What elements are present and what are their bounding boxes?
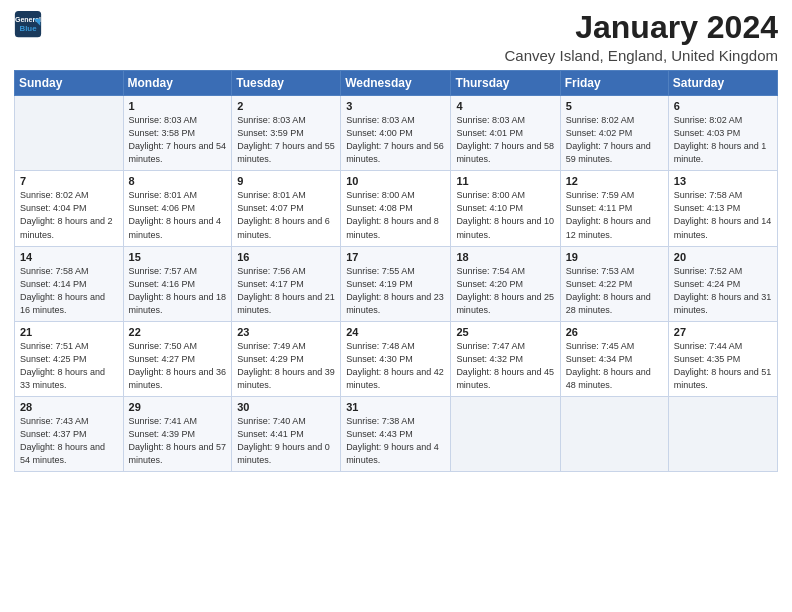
day-number: 30: [237, 401, 335, 413]
day-info: Sunrise: 7:51 AMSunset: 4:25 PMDaylight:…: [20, 340, 118, 392]
day-info: Sunrise: 8:03 AMSunset: 3:59 PMDaylight:…: [237, 114, 335, 166]
title-block: January 2024 Canvey Island, England, Uni…: [504, 10, 778, 64]
day-number: 24: [346, 326, 445, 338]
calendar-cell: [668, 396, 777, 471]
day-number: 14: [20, 251, 118, 263]
day-number: 21: [20, 326, 118, 338]
day-info: Sunrise: 7:48 AMSunset: 4:30 PMDaylight:…: [346, 340, 445, 392]
calendar-cell: 14Sunrise: 7:58 AMSunset: 4:14 PMDayligh…: [15, 246, 124, 321]
day-info: Sunrise: 8:01 AMSunset: 4:06 PMDaylight:…: [129, 189, 227, 241]
day-info: Sunrise: 8:03 AMSunset: 4:01 PMDaylight:…: [456, 114, 554, 166]
calendar-week-3: 21Sunrise: 7:51 AMSunset: 4:25 PMDayligh…: [15, 321, 778, 396]
day-info: Sunrise: 7:59 AMSunset: 4:11 PMDaylight:…: [566, 189, 663, 241]
header-row: General Blue GeneralBlue January 2024 Ca…: [14, 10, 778, 64]
day-number: 13: [674, 175, 772, 187]
day-number: 5: [566, 100, 663, 112]
day-number: 20: [674, 251, 772, 263]
calendar-cell: 21Sunrise: 7:51 AMSunset: 4:25 PMDayligh…: [15, 321, 124, 396]
day-info: Sunrise: 7:43 AMSunset: 4:37 PMDaylight:…: [20, 415, 118, 467]
calendar-cell: 8Sunrise: 8:01 AMSunset: 4:06 PMDaylight…: [123, 171, 232, 246]
day-info: Sunrise: 7:55 AMSunset: 4:19 PMDaylight:…: [346, 265, 445, 317]
calendar-cell: 1Sunrise: 8:03 AMSunset: 3:58 PMDaylight…: [123, 96, 232, 171]
calendar-cell: 13Sunrise: 7:58 AMSunset: 4:13 PMDayligh…: [668, 171, 777, 246]
day-number: 26: [566, 326, 663, 338]
day-number: 18: [456, 251, 554, 263]
calendar-cell: 7Sunrise: 8:02 AMSunset: 4:04 PMDaylight…: [15, 171, 124, 246]
day-info: Sunrise: 8:00 AMSunset: 4:08 PMDaylight:…: [346, 189, 445, 241]
day-info: Sunrise: 7:40 AMSunset: 4:41 PMDaylight:…: [237, 415, 335, 467]
day-number: 6: [674, 100, 772, 112]
calendar-cell: 29Sunrise: 7:41 AMSunset: 4:39 PMDayligh…: [123, 396, 232, 471]
calendar-cell: 19Sunrise: 7:53 AMSunset: 4:22 PMDayligh…: [560, 246, 668, 321]
day-info: Sunrise: 8:02 AMSunset: 4:02 PMDaylight:…: [566, 114, 663, 166]
calendar-cell: 28Sunrise: 7:43 AMSunset: 4:37 PMDayligh…: [15, 396, 124, 471]
calendar-cell: 23Sunrise: 7:49 AMSunset: 4:29 PMDayligh…: [232, 321, 341, 396]
day-info: Sunrise: 7:58 AMSunset: 4:13 PMDaylight:…: [674, 189, 772, 241]
header-monday: Monday: [123, 71, 232, 96]
calendar-cell: 22Sunrise: 7:50 AMSunset: 4:27 PMDayligh…: [123, 321, 232, 396]
day-info: Sunrise: 7:49 AMSunset: 4:29 PMDaylight:…: [237, 340, 335, 392]
header-saturday: Saturday: [668, 71, 777, 96]
day-number: 4: [456, 100, 554, 112]
calendar-week-4: 28Sunrise: 7:43 AMSunset: 4:37 PMDayligh…: [15, 396, 778, 471]
day-info: Sunrise: 7:56 AMSunset: 4:17 PMDaylight:…: [237, 265, 335, 317]
calendar-cell: 17Sunrise: 7:55 AMSunset: 4:19 PMDayligh…: [341, 246, 451, 321]
day-info: Sunrise: 7:54 AMSunset: 4:20 PMDaylight:…: [456, 265, 554, 317]
calendar-cell: 12Sunrise: 7:59 AMSunset: 4:11 PMDayligh…: [560, 171, 668, 246]
day-number: 22: [129, 326, 227, 338]
day-info: Sunrise: 8:02 AMSunset: 4:04 PMDaylight:…: [20, 189, 118, 241]
day-info: Sunrise: 8:03 AMSunset: 4:00 PMDaylight:…: [346, 114, 445, 166]
day-number: 28: [20, 401, 118, 413]
day-info: Sunrise: 7:44 AMSunset: 4:35 PMDaylight:…: [674, 340, 772, 392]
day-info: Sunrise: 7:57 AMSunset: 4:16 PMDaylight:…: [129, 265, 227, 317]
logo: General Blue GeneralBlue: [14, 10, 42, 38]
calendar-cell: 18Sunrise: 7:54 AMSunset: 4:20 PMDayligh…: [451, 246, 560, 321]
calendar-cell: 9Sunrise: 8:01 AMSunset: 4:07 PMDaylight…: [232, 171, 341, 246]
calendar-cell: 5Sunrise: 8:02 AMSunset: 4:02 PMDaylight…: [560, 96, 668, 171]
day-number: 7: [20, 175, 118, 187]
day-number: 27: [674, 326, 772, 338]
weekday-header-row: Sunday Monday Tuesday Wednesday Thursday…: [15, 71, 778, 96]
day-number: 3: [346, 100, 445, 112]
calendar-cell: 25Sunrise: 7:47 AMSunset: 4:32 PMDayligh…: [451, 321, 560, 396]
day-number: 19: [566, 251, 663, 263]
header-sunday: Sunday: [15, 71, 124, 96]
svg-text:Blue: Blue: [19, 24, 37, 33]
day-info: Sunrise: 8:01 AMSunset: 4:07 PMDaylight:…: [237, 189, 335, 241]
day-number: 31: [346, 401, 445, 413]
calendar-cell: 11Sunrise: 8:00 AMSunset: 4:10 PMDayligh…: [451, 171, 560, 246]
calendar-cell: 16Sunrise: 7:56 AMSunset: 4:17 PMDayligh…: [232, 246, 341, 321]
calendar-cell: 2Sunrise: 8:03 AMSunset: 3:59 PMDaylight…: [232, 96, 341, 171]
calendar-week-0: 1Sunrise: 8:03 AMSunset: 3:58 PMDaylight…: [15, 96, 778, 171]
page-container: General Blue GeneralBlue January 2024 Ca…: [0, 0, 792, 482]
month-title: January 2024: [504, 10, 778, 45]
location-title: Canvey Island, England, United Kingdom: [504, 47, 778, 64]
calendar-cell: [560, 396, 668, 471]
day-number: 15: [129, 251, 227, 263]
logo-icon: General Blue: [14, 10, 42, 38]
day-number: 2: [237, 100, 335, 112]
day-number: 8: [129, 175, 227, 187]
day-info: Sunrise: 7:41 AMSunset: 4:39 PMDaylight:…: [129, 415, 227, 467]
calendar-week-1: 7Sunrise: 8:02 AMSunset: 4:04 PMDaylight…: [15, 171, 778, 246]
calendar-table: Sunday Monday Tuesday Wednesday Thursday…: [14, 70, 778, 472]
day-info: Sunrise: 7:52 AMSunset: 4:24 PMDaylight:…: [674, 265, 772, 317]
day-number: 12: [566, 175, 663, 187]
day-info: Sunrise: 7:45 AMSunset: 4:34 PMDaylight:…: [566, 340, 663, 392]
day-info: Sunrise: 8:02 AMSunset: 4:03 PMDaylight:…: [674, 114, 772, 166]
header-tuesday: Tuesday: [232, 71, 341, 96]
day-number: 9: [237, 175, 335, 187]
day-number: 25: [456, 326, 554, 338]
day-number: 17: [346, 251, 445, 263]
day-number: 23: [237, 326, 335, 338]
calendar-cell: 26Sunrise: 7:45 AMSunset: 4:34 PMDayligh…: [560, 321, 668, 396]
day-info: Sunrise: 7:50 AMSunset: 4:27 PMDaylight:…: [129, 340, 227, 392]
day-info: Sunrise: 7:38 AMSunset: 4:43 PMDaylight:…: [346, 415, 445, 467]
calendar-cell: 20Sunrise: 7:52 AMSunset: 4:24 PMDayligh…: [668, 246, 777, 321]
day-info: Sunrise: 7:58 AMSunset: 4:14 PMDaylight:…: [20, 265, 118, 317]
day-info: Sunrise: 8:03 AMSunset: 3:58 PMDaylight:…: [129, 114, 227, 166]
header-friday: Friday: [560, 71, 668, 96]
calendar-cell: [15, 96, 124, 171]
calendar-cell: 10Sunrise: 8:00 AMSunset: 4:08 PMDayligh…: [341, 171, 451, 246]
day-number: 1: [129, 100, 227, 112]
